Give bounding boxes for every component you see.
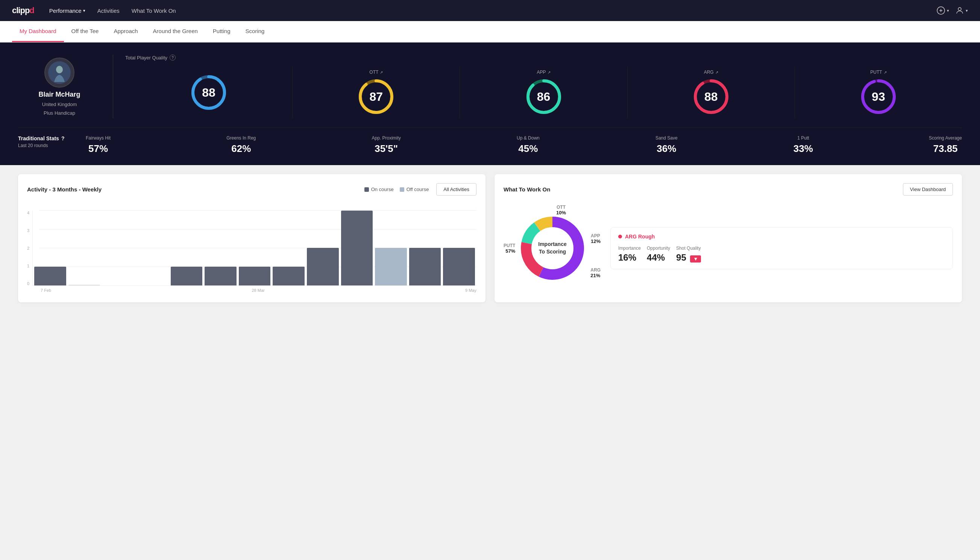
y-label-3: 3 [27, 228, 29, 233]
nav-performance[interactable]: Performance ▾ [49, 8, 85, 14]
donut-center: ImportanceTo Scoring [515, 211, 590, 286]
ring-container-putt: 93 [860, 78, 897, 115]
chevron-down-icon: ▾ [966, 8, 968, 13]
wtw-card-header: What To Work On View Dashboard [504, 183, 953, 195]
scores-divider [113, 55, 113, 118]
traditional-label-text: Traditional Stats ? [18, 135, 86, 142]
bar-week-12 [409, 211, 441, 285]
score-rings: 88 OTT ↗ 87 [125, 67, 962, 118]
activity-card-header: Activity - 3 Months - Weekly On course O… [27, 183, 476, 195]
ring-value-arg: 88 [704, 90, 718, 104]
stat-value-sand: 36% [656, 143, 678, 155]
bar-chart: 0 1 2 3 4 [27, 203, 476, 293]
ring-container-ott: 87 [357, 78, 395, 115]
ring-putt: PUTT ↗ 93 [795, 67, 962, 118]
nav-activities[interactable]: Activities [97, 8, 120, 14]
donut-label-putt: PUTT 57% [504, 243, 515, 254]
stat-sand-save: Sand Save 36% [656, 135, 678, 155]
svg-point-5 [56, 66, 63, 73]
chevron-down-icon: ▾ [83, 8, 85, 13]
bar-week-3 [102, 211, 134, 285]
arg-shot-quality: Shot Quality 95 ▼ [676, 246, 701, 263]
player-name: Blair McHarg [38, 91, 80, 98]
activity-card: Activity - 3 Months - Weekly On course O… [18, 174, 486, 302]
x-axis: 7 Feb 28 Mar 9 May [27, 288, 476, 293]
stat-items: Fairways Hit 57% Greens In Reg 62% App. … [86, 135, 962, 155]
bars-container [32, 211, 476, 286]
lower-section: Activity - 3 Months - Weekly On course O… [0, 165, 980, 312]
tab-approach[interactable]: Approach [106, 21, 145, 42]
trend-icon-putt: ↗ [884, 70, 887, 75]
bar-week-6 [205, 211, 236, 285]
nav-what-to-work-on[interactable]: What To Work On [131, 8, 176, 14]
donut-chart-wrapper: ImportanceTo Scoring OTT 10% APP 12% ARG [504, 203, 601, 293]
view-dashboard-button[interactable]: View Dashboard [903, 183, 953, 195]
ring-arg: ARG ↗ 88 [627, 67, 795, 118]
arg-info-card: ARG Rough Importance 16% Opportunity 44%… [611, 227, 953, 269]
y-label-2: 2 [27, 246, 29, 250]
stat-one-putt: 1 Putt 33% [794, 135, 813, 155]
bar-week-8 [273, 211, 304, 285]
user-menu[interactable]: ▾ [955, 6, 968, 15]
tab-putting[interactable]: Putting [205, 21, 238, 42]
arg-importance: Importance 16% [618, 246, 641, 263]
wtw-title: What To Work On [504, 186, 550, 193]
wtw-card: What To Work On View Dashboard [494, 174, 962, 302]
ring-total: 88 [125, 67, 293, 118]
stat-up-and-down: Up & Down 45% [517, 135, 540, 155]
legend-dot-off [400, 187, 404, 192]
trend-icon-arg: ↗ [715, 70, 718, 75]
bar-week-10 [341, 211, 373, 285]
arg-card-title: ARG Rough [618, 233, 945, 240]
stat-greens-in-reg: Greens In Reg 62% [226, 135, 256, 155]
bar-week-1 [34, 211, 66, 285]
stat-app-proximity: App. Proximity 35'5" [371, 135, 401, 155]
x-label-feb: 7 Feb [41, 288, 51, 293]
help-icon[interactable]: ? [170, 55, 176, 60]
donut-label-app: APP 12% [591, 233, 601, 244]
stats-help-icon[interactable]: ? [61, 135, 65, 142]
bar-on-7 [239, 267, 271, 285]
stat-scoring-average: Scoring Average 73.85 [929, 135, 962, 155]
hero-section: Blair McHarg United Kingdom Plus Handica… [0, 42, 980, 165]
bar-off-11 [375, 248, 407, 285]
ring-container-arg: 88 [692, 78, 730, 115]
chart-legend: On course Off course [364, 187, 429, 192]
all-activities-button[interactable]: All Activities [436, 183, 476, 195]
ring-label-app: APP ↗ [537, 70, 551, 75]
y-label-0: 0 [27, 281, 29, 286]
tab-my-dashboard[interactable]: My Dashboard [12, 21, 64, 42]
add-button[interactable]: ▾ [937, 6, 949, 15]
arg-metrics: Importance 16% Opportunity 44% Shot Qual… [618, 246, 945, 263]
stat-value-fairways: 57% [86, 143, 111, 155]
activity-title: Activity - 3 Months - Weekly [27, 186, 101, 193]
bar-on-1 [34, 267, 66, 285]
ring-ott: OTT ↗ 87 [293, 67, 460, 118]
bar-on-9 [307, 248, 339, 285]
stat-value-gir: 62% [226, 143, 256, 155]
player-info: Blair McHarg United Kingdom Plus Handica… [18, 58, 101, 116]
y-axis: 0 1 2 3 4 [27, 211, 29, 286]
donut-center-label: ImportanceTo Scoring [538, 241, 566, 255]
bar-week-2 [68, 211, 100, 285]
wtw-body: ImportanceTo Scoring OTT 10% APP 12% ARG [504, 203, 953, 293]
bar-on-12 [409, 248, 441, 285]
tab-off-the-tee[interactable]: Off the Tee [64, 21, 106, 42]
ring-value-app: 86 [537, 90, 551, 104]
stat-fairways-hit: Fairways Hit 57% [86, 135, 111, 155]
ring-container-total: 88 [190, 74, 228, 111]
bar-week-11 [375, 211, 407, 285]
donut-label-arg: ARG 21% [591, 267, 601, 278]
bar-on-5 [171, 267, 203, 285]
logo[interactable]: clippd [12, 6, 34, 15]
ring-app: APP ↗ 86 [460, 67, 627, 118]
y-label-4: 4 [27, 211, 29, 215]
bar-on-13 [443, 248, 475, 285]
tab-scoring[interactable]: Scoring [238, 21, 272, 42]
legend-on-course: On course [364, 187, 394, 192]
x-label-mar: 28 Mar [251, 288, 265, 293]
tab-around-the-green[interactable]: Around the Green [146, 21, 205, 42]
svg-point-3 [958, 8, 961, 10]
nav-right: ▾ ▾ [937, 6, 968, 15]
bar-on-6 [205, 267, 236, 285]
